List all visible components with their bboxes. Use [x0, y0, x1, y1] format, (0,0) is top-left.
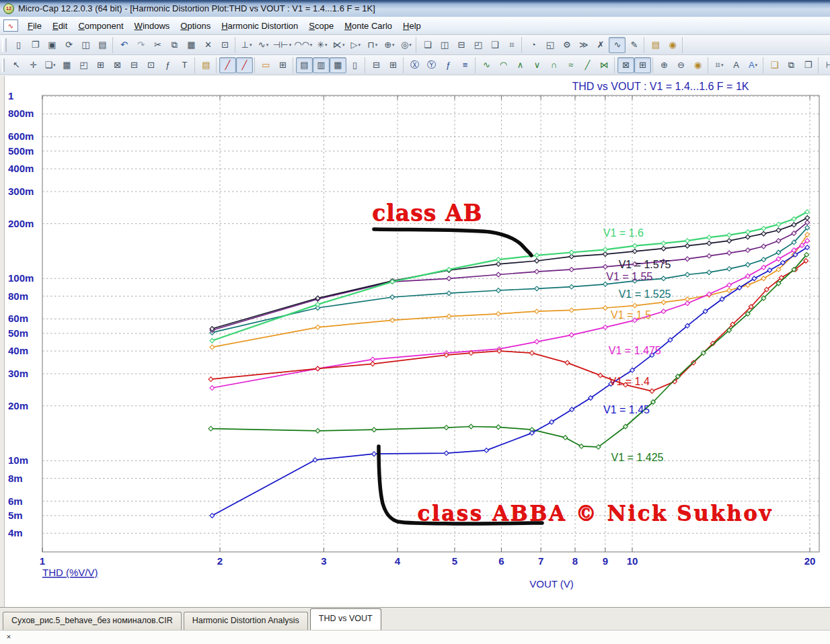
paste-window-button[interactable]: ❐: [800, 57, 817, 73]
schematic-window-icon[interactable]: ∿: [3, 19, 18, 32]
series-line-v1-1-525[interactable]: [212, 228, 807, 333]
print-button[interactable]: ▤: [94, 37, 111, 53]
paste-button[interactable]: ▦: [183, 37, 200, 53]
probe-component-button[interactable]: ◎▾: [398, 37, 414, 53]
cursor-pair-button[interactable]: ⊞: [634, 57, 651, 73]
thd-plot-canvas[interactable]: 12345678910201800m600m500m400m300m200m10…: [0, 76, 830, 607]
ground-component-dropdown-icon[interactable]: ▾: [250, 42, 252, 47]
y-axis-label[interactable]: THD (%V/V): [42, 567, 98, 578]
series-label-v1-1-425[interactable]: V1 = 1.425: [611, 452, 664, 463]
valley-plot-button[interactable]: ◠: [495, 57, 512, 73]
inductor-component-button[interactable]: ◠◠▾: [293, 37, 313, 53]
tile-vertical-button[interactable]: ◫: [436, 37, 453, 53]
shapes-tool-dropdown-icon[interactable]: ▾: [53, 63, 56, 67]
maximize-window-button[interactable]: ❑: [486, 37, 503, 53]
component-info-button[interactable]: ◉: [664, 37, 681, 53]
font-settings-dropdown-icon[interactable]: ▾: [755, 63, 758, 67]
select-tool-button[interactable]: ↖: [8, 57, 25, 73]
capacitor-component-button[interactable]: ⊣⊢▾: [272, 37, 293, 53]
baseline-toggle-button[interactable]: ▯: [346, 57, 363, 73]
cascade-windows-button[interactable]: ❏: [419, 37, 436, 53]
grid-settings-dropdown-icon[interactable]: ▾: [721, 63, 724, 67]
menu-help[interactable]: Help: [398, 18, 426, 34]
transistor-component-dropdown-icon[interactable]: ▾: [342, 42, 345, 47]
envelope-plot-button[interactable]: ∩: [545, 57, 562, 73]
arrange-icons-button[interactable]: ◰: [469, 37, 486, 53]
calculator-button[interactable]: ⌗: [503, 37, 520, 53]
low-plot-button[interactable]: ∨: [529, 57, 545, 73]
close-icon[interactable]: ×: [4, 633, 13, 642]
save-circuit-button[interactable]: ▣: [44, 37, 61, 53]
horizontal-tag-tool-button[interactable]: ⊡: [143, 57, 159, 73]
series-label-v1-1-5[interactable]: V1 = 1.5: [611, 309, 651, 321]
thd-vs-vout-tab[interactable]: THD vs VOUT: [310, 608, 381, 630]
text-color-button[interactable]: A: [728, 57, 745, 73]
series-line-v1-1-5[interactable]: [212, 235, 807, 347]
font-settings-button[interactable]: A▾: [745, 57, 761, 73]
series-label-v1-1-45[interactable]: V1 = 1.45: [603, 404, 650, 415]
analysis-plot-button[interactable]: ∿: [609, 37, 626, 53]
class-abba-label[interactable]: class ABBA © Nick Sukhov: [417, 501, 772, 525]
print-preview-button[interactable]: ◫: [77, 37, 94, 53]
horizontal-grid-toggle-button[interactable]: ▤: [296, 57, 313, 73]
fft-plot-button[interactable]: ≈: [562, 57, 579, 73]
help-topics-button[interactable]: ▤: [647, 37, 664, 53]
minor-grid-toggle-button[interactable]: ▦: [330, 57, 346, 73]
series-label-v1-1-4[interactable]: V1 = 1.4: [609, 376, 650, 387]
class-ab-label[interactable]: class AB: [372, 200, 482, 226]
open-circuit-button[interactable]: ❐: [27, 37, 44, 53]
zoom-fit-button[interactable]: ◉: [689, 57, 706, 73]
revert-file-button[interactable]: ⟳: [61, 37, 77, 53]
split-horizontal-button[interactable]: ⊟: [368, 57, 385, 73]
resistor-component-button[interactable]: ∿▾: [255, 37, 272, 53]
menu-edit[interactable]: Edit: [47, 18, 73, 34]
series-label-v1-1-55[interactable]: V1 = 1.55: [606, 271, 652, 282]
zoom-region-tool-button[interactable]: ◰: [75, 57, 92, 73]
select-all-button[interactable]: ⊡: [217, 37, 233, 53]
opamp-component-dropdown-icon[interactable]: ▾: [359, 42, 361, 47]
plot-window[interactable]: 12345678910201800m600m500m400m300m200m10…: [0, 76, 830, 607]
scale-tool-button[interactable]: ⊞: [92, 57, 109, 73]
show-data-points-button[interactable]: ╱: [219, 57, 236, 73]
slope-plot-button[interactable]: ╱: [579, 57, 596, 73]
pulse-source-button[interactable]: ⊓▾: [364, 37, 381, 53]
copy-button[interactable]: ⧉: [166, 37, 183, 53]
series-line-v1-1-45[interactable]: [212, 247, 807, 516]
text-tool-button[interactable]: T: [176, 57, 193, 73]
ruler-toggle-button[interactable]: ▭: [258, 57, 274, 73]
shapes-tool-button[interactable]: ❏▾: [42, 57, 59, 73]
menu-harmonic-distortion[interactable]: Harmonic Distortion: [216, 18, 303, 34]
slider-control-button[interactable]: ◱: [541, 37, 558, 53]
stepping-button[interactable]: ≫: [575, 37, 592, 53]
vertical-grid-toggle-button[interactable]: ▥: [313, 57, 330, 73]
zoom-in-button[interactable]: ⊕: [656, 57, 673, 73]
grid-settings-button[interactable]: ⌗▾: [711, 57, 728, 73]
high-plot-button[interactable]: ∧: [512, 57, 529, 73]
series-label-v1-1-6[interactable]: V1 = 1.6: [603, 227, 644, 239]
scope-cursors-button[interactable]: ⊠: [617, 57, 634, 73]
properties-button[interactable]: ▤: [198, 57, 215, 73]
formula-tool-button[interactable]: ƒ: [159, 57, 176, 73]
show-token-markers-button[interactable]: ╱: [236, 57, 253, 73]
redo-button[interactable]: ↷: [133, 37, 149, 53]
picture-tool-button[interactable]: ▦: [59, 57, 75, 73]
pan-tool-button[interactable]: ✛: [25, 57, 42, 73]
tile-horizontal-button[interactable]: ⊟: [453, 37, 469, 53]
menu-monte-carlo[interactable]: Monte Carlo: [339, 18, 398, 34]
diode-component-button[interactable]: ✳▾: [313, 37, 330, 53]
circuit-file-tab[interactable]: Сухов_рис.5_behave_без номиналов.CIR: [3, 612, 182, 630]
pulse-source-dropdown-icon[interactable]: ▾: [375, 42, 378, 47]
limits-settings-button[interactable]: ≡: [457, 57, 474, 73]
inductor-component-dropdown-icon[interactable]: ▾: [310, 42, 313, 47]
resistor-component-dropdown-icon[interactable]: ▾: [266, 42, 269, 47]
peak-plot-button[interactable]: ∿: [478, 57, 495, 73]
x-axis-settings-button[interactable]: Ⓧ: [406, 57, 423, 73]
sine-source-dropdown-icon[interactable]: ▾: [392, 42, 395, 47]
series-line-v1-1-6[interactable]: [212, 212, 807, 341]
new-circuit-button[interactable]: ▯: [10, 37, 27, 53]
copy-to-clipboard-button[interactable]: ❑: [766, 57, 783, 73]
menu-options[interactable]: Options: [175, 18, 216, 34]
menu-component[interactable]: Component: [73, 18, 128, 34]
probe-component-dropdown-icon[interactable]: ▾: [409, 42, 412, 47]
menu-scope[interactable]: Scope: [303, 18, 339, 34]
